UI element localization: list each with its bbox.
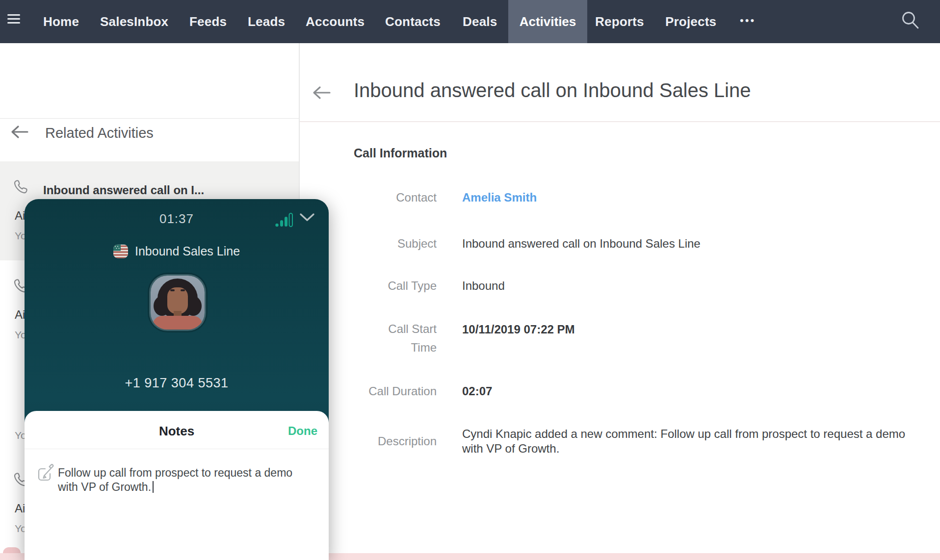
edit-note-icon	[36, 464, 55, 483]
activity-title: Inbound answered call on I...	[43, 183, 204, 197]
nav-item-home[interactable]: Home	[43, 0, 79, 43]
nav-item-salesinbox[interactable]: SalesInbox	[100, 0, 168, 43]
aircall-call-widget: 01:37	[25, 199, 329, 560]
sidebar-title: Related Activities	[45, 125, 154, 141]
notes-divider	[25, 449, 329, 449]
signal-strength-icon	[275, 212, 294, 228]
detail-back-arrow-icon[interactable]	[312, 85, 331, 100]
notes-title: Notes	[25, 424, 329, 439]
nav-item-projects[interactable]: Projects	[665, 0, 716, 43]
field-value-subject: Inbound answered call on Inbound Sales L…	[462, 236, 701, 251]
nav-item-reports[interactable]: Reports	[595, 0, 644, 43]
search-icon[interactable]	[900, 10, 921, 32]
sidebar-back-arrow-icon[interactable]	[10, 125, 29, 139]
nav-item-deals[interactable]: Deals	[463, 0, 497, 43]
page-title: Inbound answered call on Inbound Sales L…	[354, 79, 751, 102]
field-label-call-start-time: Call Start Time	[373, 320, 437, 357]
text-caret	[153, 481, 154, 493]
call-information-heading: Call Information	[354, 146, 447, 160]
field-label-contact: Contact	[309, 188, 437, 207]
sidebar-header: Related Activities	[0, 43, 299, 119]
header-divider	[300, 121, 940, 122]
field-value-call-start-time: 10/11/2019 07:22 PM	[462, 322, 575, 337]
field-value-contact[interactable]: Amelia Smith	[462, 190, 537, 205]
note-text-input[interactable]: Follow up call from prospect to request …	[58, 466, 315, 494]
notes-panel: Notes Done Follow up call from prospect …	[25, 411, 329, 560]
nav-item-contacts[interactable]: Contacts	[385, 0, 441, 43]
phone-call-icon	[13, 179, 28, 195]
nav-more-button[interactable]: •••	[740, 0, 756, 43]
nav-item-feeds[interactable]: Feeds	[189, 0, 227, 43]
top-nav: HomeSalesInboxFeedsLeadsAccountsContacts…	[0, 0, 940, 43]
hamburger-menu-icon[interactable]	[7, 14, 20, 25]
field-value-description: Cyndi Knapic added a new comment: Follow…	[462, 427, 906, 456]
line-row: Inbound Sales Line	[25, 244, 329, 258]
nav-item-accounts[interactable]: Accounts	[306, 0, 365, 43]
collapse-chevron-down-icon[interactable]	[299, 213, 316, 225]
nav-item-activities[interactable]: Activities	[508, 0, 587, 43]
field-value-call-duration: 02:07	[462, 384, 492, 399]
caller-phone-number: +1 917 304 5531	[25, 376, 329, 391]
line-name: Inbound Sales Line	[135, 244, 240, 258]
nav-item-leads[interactable]: Leads	[248, 0, 285, 43]
notes-done-button[interactable]: Done	[288, 424, 317, 438]
us-flag-icon	[113, 244, 128, 258]
field-value-call-type: Inbound	[462, 279, 505, 293]
caller-avatar	[151, 276, 205, 330]
